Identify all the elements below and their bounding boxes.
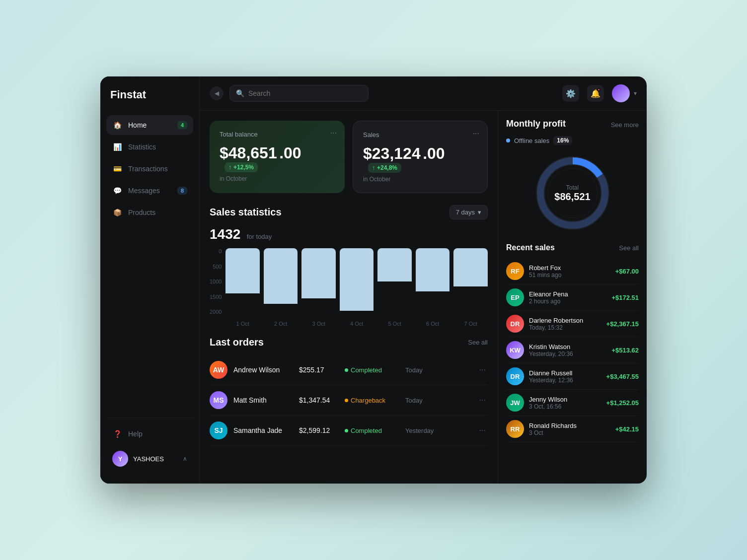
sidebar-badge-messages: 8 bbox=[177, 187, 187, 195]
bars-container: 1 Oct 2 Oct 3 Oct 4 Oct 5 Oct 6 Oct 7 Oc… bbox=[225, 248, 488, 327]
order-more-2[interactable]: ··· bbox=[477, 394, 488, 407]
order-name-3: Samantha Jade bbox=[233, 426, 293, 434]
sidebar-item-statistics[interactable]: 📊 Statistics bbox=[106, 137, 193, 157]
order-name-1: Andrew Wilson bbox=[233, 366, 293, 374]
y-label-0: 0 bbox=[210, 248, 222, 254]
x-label-4oct: 4 Oct bbox=[340, 321, 374, 327]
list-item: KW Kristin Watson Yesterday, 20:36 +$513… bbox=[506, 337, 639, 363]
up-arrow-icon: ↑ bbox=[228, 164, 231, 171]
notifications-button[interactable]: 🔔 bbox=[587, 85, 604, 102]
period-selector[interactable]: 7 days ▾ bbox=[449, 205, 488, 219]
sale-info-7: Ronald Richards 3 Oct bbox=[529, 422, 610, 436]
sales-stats-section: Sales statistics 7 days ▾ 1432 for today bbox=[210, 205, 488, 327]
donut-legend: Offline sales 16% bbox=[506, 136, 639, 145]
sidebar-item-help[interactable]: ❓ Help bbox=[106, 424, 193, 444]
sidebar-item-products[interactable]: 📦 Products bbox=[106, 203, 193, 222]
table-row: SJ Samantha Jade $2,599.12 Completed Yes… bbox=[210, 416, 488, 446]
user-avatar: Y bbox=[112, 451, 128, 467]
sidebar-item-messages[interactable]: 💬 Messages 8 bbox=[106, 181, 193, 201]
order-status-2: Chargeback bbox=[345, 397, 399, 404]
sale-info-2: Eleanor Pena 2 hours ago bbox=[529, 290, 606, 305]
statistics-icon: 📊 bbox=[112, 142, 122, 152]
sale-amount-1: +$67.00 bbox=[615, 268, 639, 275]
help-icon: ❓ bbox=[112, 429, 122, 439]
search-input[interactable] bbox=[248, 89, 362, 97]
sale-name-6: Jenny Wilson bbox=[529, 396, 601, 403]
sidebar-item-home[interactable]: 🏠 Home 4 bbox=[106, 115, 193, 135]
sales-label: Sales bbox=[363, 131, 477, 139]
sales-amount-row: $23,124 .00 ↑ +24,8% bbox=[363, 144, 477, 173]
balance-cents: .00 bbox=[279, 144, 301, 162]
sale-info-1: Robert Fox 51 mins ago bbox=[529, 264, 610, 279]
balance-amount: $48,651 bbox=[220, 144, 277, 162]
sales-card: Sales ··· $23,124 .00 ↑ +24,8% in Octobe… bbox=[353, 121, 488, 193]
main-area: ◀ 🔍 ⚙️ 🔔 ▾ bbox=[200, 76, 647, 484]
y-label-500: 500 bbox=[210, 264, 222, 270]
sale-amount-5: +$3,467.55 bbox=[606, 373, 639, 380]
sale-info-3: Darlene Robertson Today, 15:32 bbox=[529, 317, 601, 331]
orders-list: AW Andrew Wilson $255.17 Completed Today… bbox=[210, 355, 488, 446]
list-item: DR Darlene Robertson Today, 15:32 +$2,36… bbox=[506, 311, 639, 337]
x-label-6oct: 6 Oct bbox=[416, 321, 450, 327]
order-status-3: Completed bbox=[345, 427, 399, 434]
sale-name-7: Ronald Richards bbox=[529, 422, 610, 429]
sale-name-5: Dianne Russell bbox=[529, 369, 601, 377]
sidebar-label-products: Products bbox=[128, 209, 155, 216]
order-more-1[interactable]: ··· bbox=[477, 363, 488, 376]
sale-avatar-5: DR bbox=[506, 367, 524, 385]
list-item: RR Ronald Richards 3 Oct +$42.15 bbox=[506, 416, 639, 442]
order-avatar-2: MS bbox=[210, 391, 227, 409]
user-chevron-icon: ▾ bbox=[634, 90, 637, 97]
content-left: Total balance ··· $48,651 .00 ↑ +12,5% i… bbox=[200, 111, 498, 484]
sidebar-label-transactions: Transactions bbox=[128, 165, 168, 173]
orders-title: Last orders bbox=[210, 337, 264, 348]
user-header[interactable]: ▾ bbox=[612, 84, 637, 102]
transactions-icon: 💳 bbox=[112, 164, 122, 174]
stats-header: Sales statistics 7 days ▾ bbox=[210, 205, 488, 219]
sidebar-item-transactions[interactable]: 💳 Transactions bbox=[106, 159, 193, 179]
sale-avatar-2: EP bbox=[506, 288, 524, 306]
chevron-icon: ∧ bbox=[183, 455, 187, 462]
balance-card-menu[interactable]: ··· bbox=[330, 129, 337, 138]
sale-info-5: Dianne Russell Yesterday, 12:36 bbox=[529, 369, 601, 384]
products-icon: 📦 bbox=[112, 208, 122, 217]
collapse-sidebar-button[interactable]: ◀ bbox=[210, 86, 224, 100]
order-avatar-3: SJ bbox=[210, 421, 227, 439]
user-name: YASHOES bbox=[133, 455, 178, 463]
order-amount-2: $1,347.54 bbox=[299, 396, 339, 404]
sale-amount-7: +$42.15 bbox=[615, 425, 639, 433]
content: Total balance ··· $48,651 .00 ↑ +12,5% i… bbox=[200, 111, 647, 484]
bar-col-1oct bbox=[225, 248, 260, 318]
sales-sub: in October bbox=[363, 176, 477, 183]
x-label-7oct: 7 Oct bbox=[453, 321, 488, 327]
sale-avatar-3: DR bbox=[506, 315, 524, 333]
recent-sales-see-all-button[interactable]: See all bbox=[619, 244, 639, 252]
order-amount-1: $255.17 bbox=[299, 366, 339, 374]
sales-card-menu[interactable]: ··· bbox=[473, 129, 479, 138]
bar-chart: 2000 1500 1000 500 0 bbox=[210, 248, 488, 327]
x-label-5oct: 5 Oct bbox=[377, 321, 412, 327]
sale-avatar-6: JW bbox=[506, 394, 524, 412]
bar-2oct bbox=[264, 248, 298, 304]
order-more-3[interactable]: ··· bbox=[477, 424, 488, 437]
right-panel: Monthly profit See more Offline sales 16… bbox=[498, 111, 647, 484]
bars-row bbox=[225, 248, 488, 318]
notification-dot bbox=[597, 88, 600, 91]
app-logo: Finstat bbox=[106, 88, 193, 101]
settings-button[interactable]: ⚙️ bbox=[562, 85, 579, 102]
chevron-down-icon: ▾ bbox=[478, 209, 481, 216]
orders-see-all-button[interactable]: See all bbox=[468, 339, 488, 346]
sale-amount-2: +$172.51 bbox=[611, 294, 639, 301]
table-row: MS Matt Smith $1,347.54 Chargeback Today… bbox=[210, 385, 488, 416]
recent-sales-list: RF Robert Fox 51 mins ago +$67.00 EP Ele… bbox=[506, 258, 639, 442]
status-dot-2 bbox=[345, 399, 348, 402]
donut-center: Total $86,521 bbox=[554, 184, 590, 203]
bar-col-2oct bbox=[264, 248, 298, 318]
see-more-button[interactable]: See more bbox=[611, 121, 639, 129]
user-row[interactable]: Y YASHOES ∧ bbox=[106, 446, 193, 472]
list-item: JW Jenny Wilson 3 Oct, 16:56 +$1,252.05 bbox=[506, 390, 639, 416]
sale-avatar-7: RR bbox=[506, 420, 524, 438]
sale-avatar-4: KW bbox=[506, 341, 524, 359]
order-avatar-1: AW bbox=[210, 361, 227, 379]
list-item: RF Robert Fox 51 mins ago +$67.00 bbox=[506, 258, 639, 284]
